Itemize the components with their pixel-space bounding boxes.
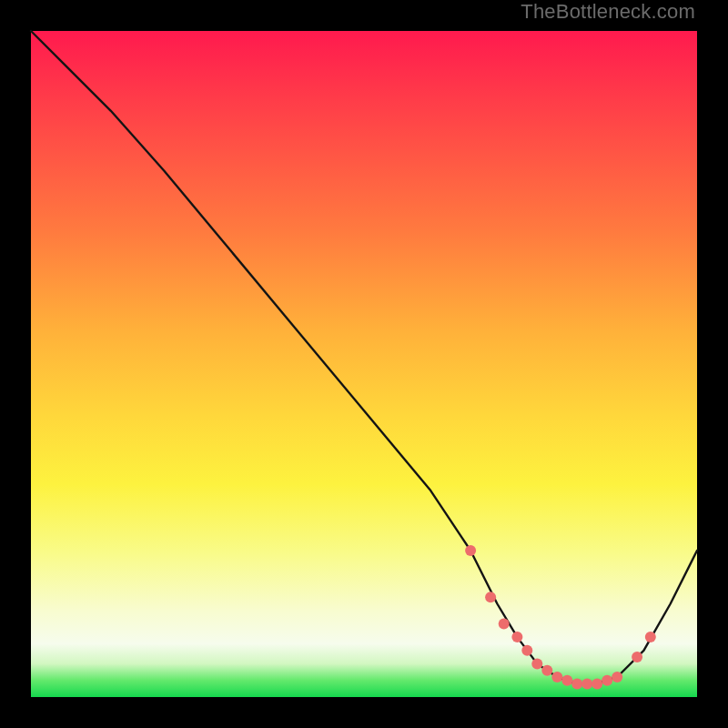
highlight-dot [485, 592, 496, 602]
highlight-dot [581, 678, 592, 689]
highlight-dot [551, 672, 562, 682]
highlight-dot [592, 678, 602, 689]
highlight-dot [465, 545, 476, 556]
highlight-dot [602, 675, 612, 686]
highlight-dot [561, 675, 572, 686]
highlight-dot [531, 658, 542, 669]
highlight-dot [511, 632, 522, 642]
highlight-dot [632, 652, 642, 662]
curve-svg [31, 31, 697, 697]
plot-area [31, 31, 697, 697]
highlight-dot [645, 632, 656, 642]
watermark-text: TheBottleneck.com [521, 0, 695, 24]
bottleneck-curve [31, 31, 697, 683]
highlight-dot [612, 672, 622, 682]
highlight-dot [521, 645, 532, 656]
highlight-dot [541, 665, 552, 676]
highlight-dot [499, 619, 510, 630]
chart-frame: TheBottleneck.com [0, 0, 728, 728]
highlight-dot [571, 678, 582, 689]
